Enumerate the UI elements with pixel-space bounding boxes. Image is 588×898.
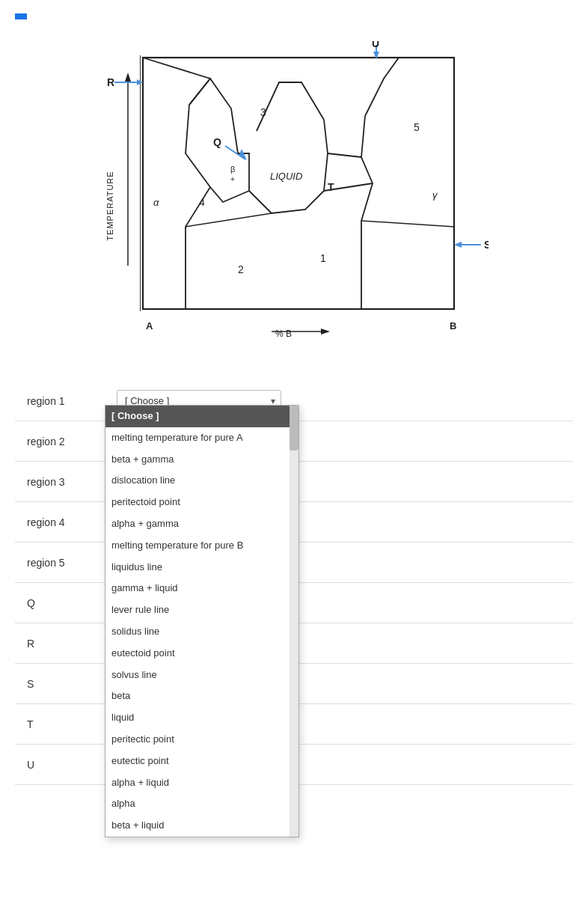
option-beta[interactable]: beta: [105, 685, 298, 707]
row-label: T: [15, 704, 105, 745]
region1-dropdown-open[interactable]: [ Choose ] melting temperature for pure …: [105, 405, 299, 837]
option-beta-gamma[interactable]: beta + gamma: [105, 449, 298, 471]
option-dislocation[interactable]: dislocation line: [105, 470, 298, 492]
row-label: region 4: [15, 502, 105, 543]
svg-text:3: 3: [260, 106, 266, 118]
option-eutectoid[interactable]: eutectoid point: [105, 643, 298, 665]
svg-rect-9: [143, 58, 454, 309]
option-choose[interactable]: [ Choose ]: [105, 406, 298, 427]
svg-text:LIQUID: LIQUID: [270, 171, 302, 182]
row-label: S: [15, 664, 105, 704]
option-liquidus[interactable]: liquidus line: [105, 557, 298, 578]
svg-text:A: A: [146, 320, 153, 332]
svg-text:4: 4: [199, 196, 205, 208]
option-solidus[interactable]: solidus line: [105, 621, 298, 643]
diagram-container: LIQUID α β + γ 1 2 3 4 5: [15, 34, 573, 363]
row-label: Q: [15, 583, 105, 623]
svg-text:2: 2: [238, 263, 244, 275]
option-solvus[interactable]: solvus line: [105, 665, 298, 686]
option-beta-liquid[interactable]: beta + liquid: [105, 815, 298, 837]
scrollbar-thumb[interactable]: [290, 406, 298, 450]
option-melt-b[interactable]: melting temperature for pure B: [105, 535, 298, 557]
option-alpha-gamma[interactable]: alpha + gamma: [105, 513, 298, 535]
svg-text:% B: % B: [275, 329, 292, 339]
table-row: region 1 [ Choose ]melting temperature f…: [15, 381, 573, 421]
svg-text:S: S: [484, 239, 489, 251]
svg-text:R: R: [107, 76, 114, 88]
option-eutectic[interactable]: eutectic point: [105, 751, 298, 772]
option-gamma-liquid[interactable]: gamma + liquid: [105, 578, 298, 599]
scrollbar-track: [290, 406, 298, 837]
phase-diagram: LIQUID α β + γ 1 2 3 4 5: [99, 41, 489, 355]
row-label: region 2: [15, 421, 105, 462]
svg-text:U: U: [372, 41, 379, 49]
row-label: U: [15, 745, 105, 785]
option-lever[interactable]: lever rule line: [105, 599, 298, 621]
svg-text:α: α: [153, 197, 159, 208]
svg-text:B: B: [450, 320, 456, 332]
svg-marker-25: [125, 73, 131, 82]
question-header: [15, 13, 27, 19]
svg-text:TEMPERATURE: TEMPERATURE: [105, 171, 114, 240]
option-melt-a[interactable]: melting temperature for pure A: [105, 427, 298, 449]
svg-text:1: 1: [320, 252, 326, 264]
option-alpha-liquid[interactable]: alpha + liquid: [105, 772, 298, 794]
row-label: region 5: [15, 543, 105, 583]
row-label: R: [15, 623, 105, 664]
region1-cell: [ Choose ]melting temperature for pure A…: [105, 381, 573, 421]
svg-marker-28: [321, 329, 330, 335]
option-peritectic[interactable]: peritectic point: [105, 729, 298, 751]
row-label: region 3: [15, 462, 105, 502]
option-peritectoid[interactable]: peritectoid point: [105, 492, 298, 513]
match-table: region 1 [ Choose ]melting temperature f…: [15, 381, 573, 785]
svg-text:T: T: [328, 181, 334, 193]
svg-text:+: +: [230, 175, 235, 183]
row-label: region 1: [15, 381, 105, 421]
svg-text:Q: Q: [213, 136, 221, 148]
svg-text:β: β: [230, 165, 235, 174]
svg-text:5: 5: [414, 121, 420, 133]
option-liquid[interactable]: liquid: [105, 707, 298, 729]
option-alpha[interactable]: alpha: [105, 793, 298, 815]
